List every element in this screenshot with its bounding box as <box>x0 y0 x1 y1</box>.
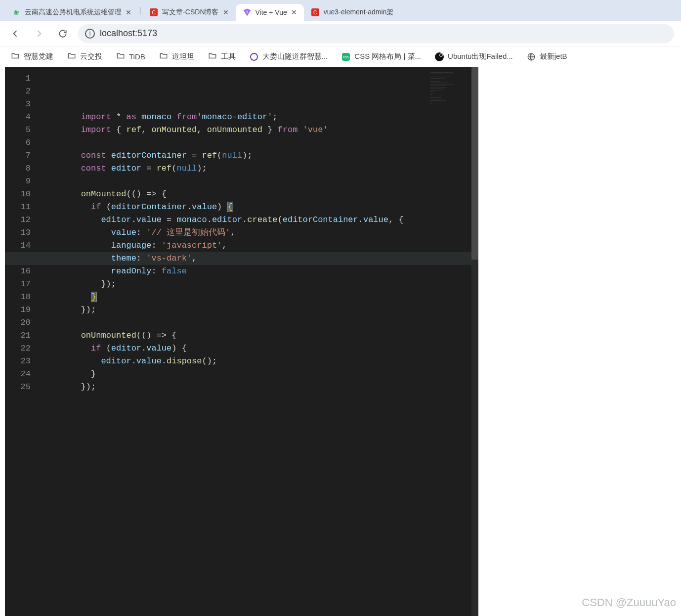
tab-title: vue3-element-admin架 <box>324 8 394 17</box>
code-line[interactable]: if (editor.value) { <box>41 342 478 355</box>
line-number: 5 <box>5 124 31 136</box>
code-line[interactable]: const editorContainer = ref(null); <box>41 149 478 162</box>
line-number: 14 <box>5 239 31 252</box>
code-line[interactable]: }); <box>41 304 478 316</box>
line-number: 6 <box>5 136 31 149</box>
tab-title: Vite + Vue <box>255 8 287 16</box>
reload-button[interactable] <box>54 25 71 42</box>
vite-favicon-icon <box>243 8 252 17</box>
code-line[interactable]: onMounted(() => { <box>41 188 478 201</box>
code-area[interactable]: import * as monaco from'monaco-editor'; … <box>41 67 478 616</box>
line-number: 18 <box>5 291 31 304</box>
line-numbers-gutter: 1234567891011121314151617181920212223242… <box>5 67 41 616</box>
csdn-watermark: CSDN @ZuuuuYao <box>582 596 676 609</box>
code-line[interactable]: onUnmounted(() => { <box>41 329 478 342</box>
code-line[interactable]: if (editorContainer.value) { <box>41 201 478 214</box>
code-line[interactable]: value: '// 这里是初始代码', <box>41 226 478 239</box>
line-number: 13 <box>5 226 31 239</box>
bookmark-link[interactable]: css CSS 网格布局 | 菜... <box>341 52 421 61</box>
code-line[interactable]: editor.value.dispose(); <box>41 355 478 368</box>
line-number: 17 <box>5 278 31 291</box>
bookmark-label: 云交投 <box>80 52 102 61</box>
code-line[interactable]: import { ref, onMounted, onUnmounted } f… <box>41 124 478 136</box>
browser-tab[interactable]: ❀ 云南高速公路机电系统运维管理 ✕ <box>5 4 138 21</box>
code-line[interactable]: language: 'javascript', <box>41 239 478 252</box>
code-line[interactable] <box>41 98 478 111</box>
line-number: 24 <box>5 368 31 381</box>
folder-icon <box>67 51 76 62</box>
bookmark-link[interactable]: Ubuntu出现Failed... <box>435 52 513 61</box>
bookmark-label: 道坦坦 <box>172 52 194 61</box>
bookmark-link[interactable]: 最新jetB <box>527 52 567 61</box>
code-line[interactable] <box>41 316 478 329</box>
line-number: 3 <box>5 98 31 111</box>
browser-tab-active[interactable]: Vite + Vue ✕ <box>236 4 304 21</box>
folder-icon <box>208 51 217 62</box>
line-number: 1 <box>5 72 31 85</box>
line-number: 16 <box>5 265 31 278</box>
tab-title: 写文章-CSDN博客 <box>162 8 218 17</box>
code-line[interactable]: }); <box>41 381 478 394</box>
close-icon[interactable]: ✕ <box>223 8 229 16</box>
tab-separator: | <box>138 6 142 15</box>
page-content: 1234567891011121314151617181920212223242… <box>0 67 681 616</box>
line-number: 10 <box>5 188 31 201</box>
line-number: 21 <box>5 329 31 342</box>
code-line[interactable] <box>41 175 478 188</box>
bookmark-favicon-icon <box>250 52 258 61</box>
close-icon[interactable]: ✕ <box>291 8 297 16</box>
code-line[interactable] <box>41 136 478 149</box>
line-number: 9 <box>5 175 31 188</box>
bookmark-label: TiDB <box>129 52 145 61</box>
back-button[interactable] <box>7 25 24 42</box>
line-number: 7 <box>5 149 31 162</box>
code-line[interactable]: theme: 'vs-dark', <box>41 252 478 265</box>
favicon-icon: ❀ <box>12 8 21 17</box>
bookmark-label: 智慧党建 <box>24 52 53 61</box>
globe-icon <box>527 52 536 61</box>
address-bar[interactable]: i localhost:5173 <box>78 24 674 43</box>
bookmark-link[interactable]: 大娄山隧道群智慧... <box>250 52 328 61</box>
code-line[interactable] <box>41 406 478 419</box>
site-info-icon[interactable]: i <box>85 29 95 39</box>
line-number: 23 <box>5 355 31 368</box>
browser-tab[interactable]: C 写文章-CSDN博客 ✕ <box>142 4 235 21</box>
line-number: 12 <box>5 214 31 226</box>
address-text: localhost:5173 <box>100 28 157 39</box>
monaco-editor[interactable]: 1234567891011121314151617181920212223242… <box>5 67 478 616</box>
browser-tab[interactable]: C vue3-element-admin架 <box>304 4 401 21</box>
line-number: 19 <box>5 304 31 316</box>
code-line[interactable] <box>41 394 478 406</box>
line-number: 8 <box>5 162 31 175</box>
line-number: 2 <box>5 85 31 98</box>
line-number: 4 <box>5 111 31 124</box>
bookmark-folder[interactable]: 云交投 <box>67 51 102 62</box>
bookmark-favicon-icon <box>435 52 444 61</box>
close-icon[interactable]: ✕ <box>126 8 131 16</box>
code-line[interactable]: editor.value = monaco.editor.create(edit… <box>41 214 478 226</box>
forward-button[interactable] <box>31 25 47 42</box>
code-line[interactable]: import * as monaco from'monaco-editor'; <box>41 111 478 124</box>
bookmark-label: Ubuntu出现Failed... <box>448 52 513 61</box>
address-row: i localhost:5173 <box>0 21 681 46</box>
code-line[interactable]: } <box>41 368 478 381</box>
code-line[interactable]: } <box>41 291 478 304</box>
bookmark-label: 工具 <box>221 52 236 61</box>
code-line[interactable]: }); <box>41 278 478 291</box>
code-line[interactable]: const editor = ref(null); <box>41 162 478 175</box>
line-number: 22 <box>5 342 31 355</box>
bookmark-folder[interactable]: 工具 <box>208 51 236 62</box>
bookmark-label: 大娄山隧道群智慧... <box>262 52 328 61</box>
folder-icon <box>159 51 168 62</box>
favicon-icon: C <box>149 8 158 17</box>
tab-title: 云南高速公路机电系统运维管理 <box>25 8 122 17</box>
line-number: 20 <box>5 316 31 329</box>
bookmark-folder[interactable]: 道坦坦 <box>159 51 194 62</box>
bookmarks-bar: 智慧党建 云交投 TiDB 道坦坦 工具 大娄山隧道群智慧... css CSS… <box>0 46 681 67</box>
code-line[interactable]: readOnly: false <box>41 265 478 278</box>
bookmark-favicon-icon: css <box>341 52 350 61</box>
line-number: 11 <box>5 201 31 214</box>
bookmark-folder[interactable]: TiDB <box>116 51 145 62</box>
bookmark-label: CSS 网格布局 | 菜... <box>354 52 421 61</box>
bookmark-folder[interactable]: 智慧党建 <box>11 51 53 62</box>
